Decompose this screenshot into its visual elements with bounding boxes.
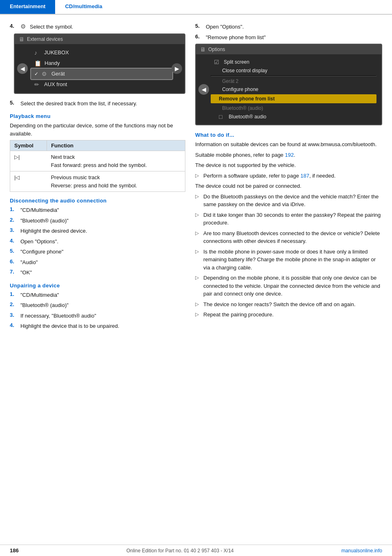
tab-entertainment[interactable]: Entertainment [0,0,55,14]
bullet-7: ▷ The device no longer reacts? Switch th… [195,300,382,309]
unpair-step-3-text: If necessary, "Bluetooth® audio" [20,312,185,320]
unpair-step-4: 4. Highlight the device that is to be un… [10,322,185,330]
screen1-left-nav: ◀ [17,63,28,74]
page-footer: 186 Online Edition for Part no. 01 40 2 … [0,545,392,556]
unpair-step-3-num: 3. [10,312,18,320]
step-4-number: 4. [10,23,18,31]
screen2-item-btaudio: Bluetooth® (audio) [211,104,376,112]
step-6-right-text: "Remove phone from list" [206,33,382,42]
bullet-5-text: Is the mobile phone in power-save mode o… [203,248,382,272]
step-5-left-number: 5. [10,100,18,108]
aux-label: AUX front [44,81,67,87]
bullet-2-text: Do the Bluetooth passkeys on the device … [203,193,382,209]
bullet-7-arrow: ▷ [195,301,201,307]
what-to-do-heading: What to do if... [195,132,382,138]
screen2-item-btaudio2: □ Bluetooth® audio [211,112,376,121]
prev-track-line2: Reverse: press and hold the symbol. [51,182,181,190]
bullet-3-text: Did it take longer than 30 seconds to en… [203,211,382,227]
screen1-header-icon: 🖥 [19,36,24,42]
what-para4: The device could not be paired or connec… [195,182,382,190]
bullet-1-arrow: ▷ [195,173,201,178]
page-187-link[interactable]: 187 [301,173,310,179]
what-para2-post: . [294,152,295,158]
gerat-label: Gerät [51,71,65,77]
bullet-8-arrow: ▷ [195,311,201,317]
screen2-item-gerat2: Gerät 2 [211,77,376,85]
disconnect-heading: Disconnecting the audio connection [10,198,185,204]
unpair-step-4-text: Highlight the device that is to be unpai… [20,322,185,330]
options-screen: 🖥 Options ◀ ☑ Split screen Close control… [195,44,382,125]
screen1-item-handy: 📋 Handy [31,58,172,69]
unpair-step-2-num: 2. [10,301,18,309]
playback-heading: Playback menu [10,113,185,119]
what-para1: Information on suitable devices can be f… [195,140,382,149]
gerat2-label: Gerät 2 [222,78,238,84]
bullet-3: ▷ Did it take longer than 30 seconds to … [195,211,382,227]
gerat-check-icon: ✓ [34,71,38,77]
table-col-function: Function [47,140,185,151]
screen2-header-title: Options [208,47,225,52]
disconnect-step-3: 3. Highlight the desired device. [10,227,185,235]
disconnect-step-1-text: "CD/Multimedia" [20,206,185,214]
next-track-line1: Next track [51,153,181,161]
gerat-icon: ⚙ [42,71,48,77]
screen2-header: 🖥 Options [196,44,381,54]
screen2-nav-circle: ◀ [198,84,209,95]
screen2-header-icon: 🖥 [200,46,206,53]
prev-track-symbol: |◁ [10,171,47,192]
disconnect-step-5: 5. "Configure phone" [10,248,185,256]
page-192-link[interactable]: 192 [285,152,294,158]
bullet-6-text: Depending on the mobile phone, it is pos… [203,274,382,298]
closedisplay-label: Close control display [222,68,267,73]
splitscreen-label: Split screen [224,59,249,65]
screen2-inner: ◀ ☑ Split screen Close control display G… [196,54,381,125]
step-4-text: Select the symbol. [30,23,185,31]
disconnect-step-4-num: 4. [10,238,18,246]
unpair-step-1: 1. "CD/Multimedia" [10,291,185,299]
screen2-item-removephone: Remove phone from list [211,94,376,103]
bullet-8-text: Repeat the pairing procedure. [203,311,382,319]
next-track-function: Next track Fast forward: press and hold … [47,151,185,171]
bullet-5-arrow: ▷ [195,249,201,254]
bullet-6-arrow: ▷ [195,275,201,280]
unpair-step-1-num: 1. [10,291,18,299]
bullet-1: ▷ Perform a software update, refer to pa… [195,172,382,180]
symbol-function-table: Symbol Function ▷| Next track Fast forwa… [10,140,185,192]
disconnect-step-1-num: 1. [10,206,18,214]
bullet-4: ▷ Are too many Bluetooth devices connect… [195,229,382,245]
unpair-heading: Unpairing a device [10,282,185,289]
handy-label: Handy [45,60,60,66]
screen1-header-title: External devices [27,36,63,42]
disconnect-step-3-num: 3. [10,227,18,235]
what-para3: The device is not supported by the vehic… [195,161,382,169]
screen1-item-gerat: ✓ ⚙ Gerät [31,69,172,79]
handy-icon: 📋 [34,60,41,67]
bullet-1-text: Perform a software update, refer to page… [203,172,382,180]
disconnect-step-7-text: "OK" [20,269,185,277]
jukebox-icon: ♪ [34,49,41,56]
step-5-left-text: Select the desired track from the list, … [20,100,185,108]
tab-cd-multimedia[interactable]: CD/multimedia [55,0,112,14]
unpair-step-2: 2. "Bluetooth® (audio)" [10,301,185,309]
screen2-item-splitscreen: ☑ Split screen [211,58,376,67]
disconnect-step-6: 6. "Audio" [10,258,185,267]
screen1-right-circle: ▶ [172,63,182,74]
playback-intro: Depending on the particular device, some… [10,122,185,138]
left-column: 4. ⚙ Select the symbol. 🖥 External devic… [10,23,185,333]
screen2-item-closedisplay: Close control display [211,67,376,75]
page-header: Entertainment CD/multimedia [0,0,392,15]
bullet-6: ▷ Depending on the mobile phone, it is p… [195,274,382,298]
disconnect-step-2-text: "Bluetooth® (audio)" [20,217,185,225]
disconnect-step-7-num: 7. [10,269,18,277]
bullet-2-arrow: ▷ [195,193,201,199]
unpair-step-4-num: 4. [10,322,18,330]
disconnect-step-4-text: Open "Options". [20,238,185,246]
btaudio2-checkbox-icon: □ [219,113,225,120]
next-track-symbol: ▷| [10,151,47,171]
disconnect-step-5-text: "Configure phone" [20,248,185,256]
bullet-2: ▷ Do the Bluetooth passkeys on the devic… [195,193,382,209]
step-5-right-num: 5. [195,23,203,31]
disconnect-step-4: 4. Open "Options". [10,238,185,246]
disconnect-step-2: 2. "Bluetooth® (audio)" [10,217,185,225]
step-4: 4. ⚙ Select the symbol. [10,23,185,31]
